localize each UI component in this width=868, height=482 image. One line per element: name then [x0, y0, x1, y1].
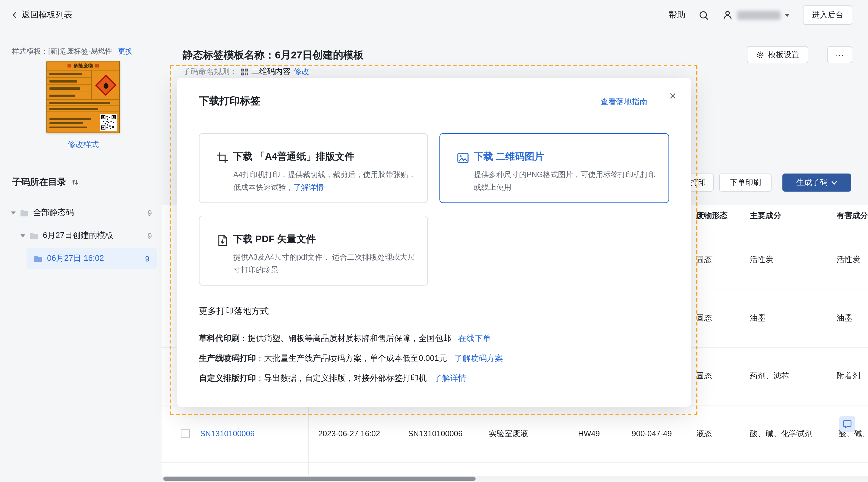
change-style-link[interactable]: 更换	[118, 47, 133, 56]
image-icon	[457, 152, 469, 166]
order-print-button[interactable]: 下单印刷	[719, 173, 772, 192]
naming-rule-value: 二维码内容	[251, 66, 290, 77]
card-title: 下载 PDF 矢量文件	[233, 233, 316, 246]
more-print-methods-title: 更多打印落地方式	[199, 306, 269, 317]
table-cell-waste-name: 实验室废液	[489, 428, 528, 440]
view-landing-guide-link[interactable]: 查看落地指南	[600, 96, 647, 107]
generate-subcodes-button[interactable]: 生成子码	[782, 173, 851, 192]
row-checkbox[interactable]	[181, 429, 190, 438]
print-option-custom-layout: 自定义排版打印：导出数据，自定义排版，对接外部标签打印机 了解详情	[199, 373, 467, 384]
table-cell: 活性炭	[750, 254, 773, 266]
inkjet-plan-link[interactable]: 了解喷码方案	[454, 354, 503, 363]
folder-icon	[34, 255, 43, 262]
option-name: 自定义排版打印	[199, 374, 256, 383]
download-qr-image-card[interactable]: 下载 二维码图片 提供多种尺寸的PNG格式图片，可使用标签打印机打印或线上使用	[439, 133, 669, 203]
feedback-chat-button[interactable]	[839, 416, 855, 432]
page-title: 静态标签模板名称：6月27日创建的模板	[183, 48, 364, 62]
card-title: 下载 二维码图片	[474, 151, 544, 163]
card-description: 提供A3及A4尺寸的pdf文件， 适合二次排版处理或大尺寸打印的场景	[233, 251, 418, 277]
tree-item-count: 9	[145, 254, 150, 263]
custom-layout-link[interactable]: 了解详情	[434, 374, 467, 383]
download-print-label-modal: 下载打印标签 查看落地指南 × 下载 「A4普通纸」排版文件 A4打印机打印，提…	[177, 78, 691, 407]
sort-icon[interactable]	[71, 178, 79, 186]
back-to-template-list[interactable]: 返回模板列表	[12, 10, 72, 21]
generate-subcodes-label: 生成子码	[796, 177, 828, 188]
order-online-link[interactable]: 在线下单	[458, 334, 491, 343]
option-name: 生产线喷码打印	[199, 354, 256, 363]
chat-icon	[843, 420, 852, 428]
download-pdf-card[interactable]: 下载 PDF 矢量文件 提供A3及A4尺寸的pdf文件， 适合二次排版处理或大尺…	[199, 216, 428, 286]
table-cell: 附着剂	[837, 370, 860, 382]
print-option-inkjet: 生产线喷码打印：大批量生产线产品喷码方案，单个成本低至0.001元 了解喷码方案	[199, 353, 503, 364]
label-chip	[67, 64, 71, 67]
label-preview-grid	[47, 70, 119, 100]
horizontal-scrollbar-thumb[interactable]	[163, 477, 475, 481]
card-description: 提供多种尺寸的PNG格式图片，可使用标签打印机打印或线上使用	[474, 169, 658, 194]
pdf-file-icon	[216, 234, 228, 249]
naming-rule-label: 子码命名规则：	[183, 66, 238, 77]
chevron-left-icon	[12, 11, 18, 19]
column-header: 有害成分	[837, 210, 868, 222]
chevron-down-icon	[785, 13, 789, 17]
tree-item-label: 06月27日 16:02	[47, 253, 104, 264]
more-actions-button[interactable]: ···	[827, 46, 852, 63]
card-description: A4打印机打印，提供裁切线，裁剪后，使用胶带张贴，低成本快速试验，了解详情	[233, 169, 418, 194]
caret-down-icon[interactable]	[21, 234, 25, 237]
table-cell-main-component: 酸、碱、化学试剂	[750, 428, 812, 440]
label-text-lines	[50, 116, 98, 131]
print-option-caoliao: 草料代印刷：提供滴塑、钢板等高品质材质标牌和售后保障，全国包邮 在线下单	[199, 333, 491, 344]
naming-rule-line: 子码命名规则： 二维码内容 修改	[183, 66, 309, 77]
label-chip	[95, 64, 99, 67]
sidebar-item-all-static-codes[interactable]: 全部静态码 9	[0, 201, 161, 224]
table-cell: 活性炭	[837, 254, 860, 266]
modify-style-link[interactable]: 修改样式	[46, 139, 120, 150]
crop-layout-icon	[216, 152, 228, 166]
card-title: 下载 「A4普通纸」排版文件	[233, 151, 354, 163]
table-cell: 油墨	[837, 312, 852, 324]
option-desc: ：导出数据，自定义排版，对接外部标签打印机	[256, 374, 427, 383]
tree-item-count: 9	[148, 208, 152, 217]
tree-item-count: 9	[148, 231, 152, 240]
option-desc: ：大批量生产线产品喷码方案，单个成本低至0.001元	[256, 354, 447, 363]
template-settings-button[interactable]: 模板设置	[747, 46, 808, 63]
label-preview-title: 危险废物	[73, 62, 93, 69]
folder-icon	[30, 232, 38, 239]
style-template-line: 样式模板：[新]危废标签-易燃性 更换	[12, 46, 157, 57]
modal-title: 下载打印标签	[199, 94, 260, 108]
tree-item-label: 6月27日创建的模板	[43, 230, 113, 241]
sidebar-item-june27-template[interactable]: 6月27日创建的模板 9	[0, 224, 161, 247]
search-icon[interactable]	[699, 10, 709, 20]
download-a4-layout-card[interactable]: 下载 「A4普通纸」排版文件 A4打印机打印，提供裁切线，裁剪后，使用胶带张贴，…	[199, 133, 428, 203]
sidebar-item-june27-1602-selected[interactable]: 06月27日 16:02 9	[27, 248, 157, 269]
table-cell: 固态	[696, 370, 712, 382]
table-cell-waste-code: 900-047-49	[632, 428, 672, 440]
back-label: 返回模板列表	[22, 10, 72, 21]
column-header: 废物形态	[696, 210, 727, 222]
style-template-label: 样式模板：	[12, 47, 48, 56]
table-cell: 油墨	[750, 312, 766, 324]
learn-more-link[interactable]: 了解详情	[293, 183, 324, 192]
enter-backend-button[interactable]: 进入后台	[803, 5, 852, 25]
table-cell: 固态	[696, 254, 712, 266]
tree-item-label: 全部静态码	[33, 207, 74, 218]
flammable-diamond-icon	[95, 74, 116, 96]
help-link[interactable]: 帮助	[669, 10, 685, 21]
divider	[161, 462, 868, 463]
user-icon	[722, 10, 733, 21]
caret-down-icon[interactable]	[11, 211, 16, 214]
template-settings-label: 模板设置	[768, 50, 799, 60]
table-cell-waste-form: 液态	[696, 428, 712, 440]
close-icon[interactable]: ×	[670, 90, 676, 102]
naming-rule-modify-link[interactable]: 修改	[293, 66, 309, 77]
topbar: 返回模板列表 帮助 进入后台	[0, 0, 868, 30]
table-cell: 药剂、滤芯	[750, 370, 789, 382]
directory-title-text: 子码所在目录	[12, 176, 66, 188]
subcode-link[interactable]: SN1310100006	[200, 428, 255, 440]
fixed-column-divider	[308, 405, 309, 475]
user-menu[interactable]	[722, 10, 789, 21]
table-cell-created-time: 2023-06-27 16:02	[318, 428, 380, 440]
flame-icon	[102, 81, 109, 89]
qr-code-thumbnail	[100, 114, 117, 131]
label-style-preview[interactable]: 危险废物	[46, 61, 120, 133]
qr-mini-icon	[241, 68, 248, 75]
